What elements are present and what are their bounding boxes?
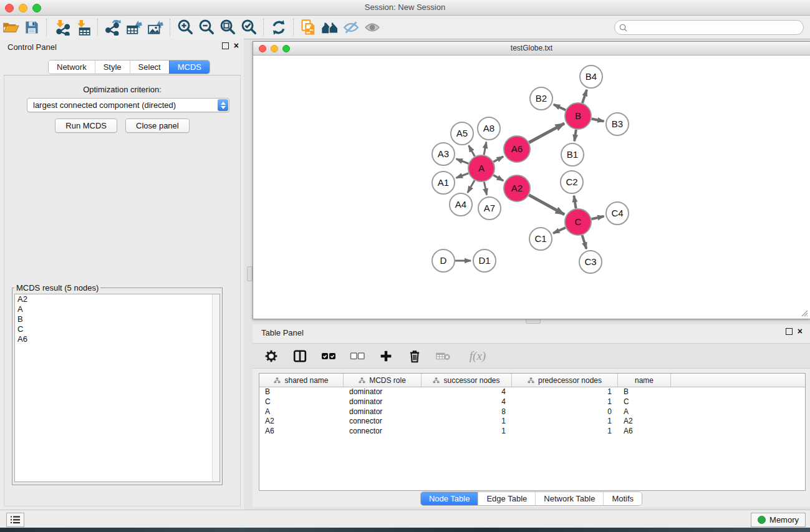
save-session-icon[interactable]	[21, 18, 42, 37]
table-cell[interactable]: 1	[512, 417, 618, 427]
mcds-result-item[interactable]: A2	[15, 294, 219, 304]
table-cell[interactable]: dominator	[344, 407, 422, 417]
graph-edge-A-A6[interactable]	[493, 157, 503, 162]
table-row[interactable]: A6connector11A6	[259, 427, 805, 437]
memory-button[interactable]: Memory	[751, 513, 806, 527]
node-table[interactable]: shared nameMCDS rolesuccessor nodesprede…	[259, 373, 806, 491]
graph-edge-B-B3[interactable]	[592, 118, 604, 121]
run-mcds-button[interactable]: Run MCDS	[55, 118, 117, 133]
close-panel-button[interactable]: Close panel	[125, 118, 190, 133]
mcds-result-item[interactable]: B	[15, 314, 219, 324]
optimization-criterion-select[interactable]: largest connected component (directed)	[27, 98, 229, 112]
mcds-result-item[interactable]: A	[15, 304, 219, 314]
column-header-shared-name[interactable]: shared name	[259, 374, 344, 387]
table-cell[interactable]: 1	[512, 397, 618, 407]
tab-motifs[interactable]: Motifs	[603, 492, 642, 505]
graph-edge-C-C4[interactable]	[591, 216, 604, 219]
table-settings-gear-icon[interactable]	[264, 349, 279, 364]
graph-edge-C-C1[interactable]	[553, 228, 566, 233]
table-cell[interactable]: connector	[344, 417, 422, 427]
table-row[interactable]: Bdominator41B	[259, 387, 805, 397]
graph-edge-A-A1[interactable]	[456, 173, 469, 178]
table-cell[interactable]: 8	[422, 407, 512, 417]
hide-panel-icon[interactable]	[340, 18, 362, 37]
graph-edge-C-C3[interactable]	[582, 235, 587, 249]
tab-network-table[interactable]: Network Table	[535, 492, 603, 505]
import-network-icon[interactable]	[51, 18, 72, 37]
table-cell[interactable]: 0	[512, 407, 618, 417]
home-icon[interactable]	[319, 18, 340, 37]
unselect-all-columns-icon[interactable]	[350, 349, 365, 364]
table-cell[interactable]: dominator	[344, 397, 422, 407]
table-cell[interactable]: dominator	[344, 387, 422, 397]
table-cell[interactable]: 1	[422, 417, 512, 427]
create-column-plus-icon[interactable]	[378, 349, 393, 364]
table-cell[interactable]: A6	[259, 427, 344, 437]
table-cell[interactable]: 1	[512, 427, 618, 437]
resize-grip-icon[interactable]	[799, 308, 808, 317]
graph-edge-A2-C[interactable]	[529, 195, 564, 215]
float-table-panel-icon[interactable]	[786, 328, 793, 335]
zoom-in-icon[interactable]	[175, 18, 196, 37]
table-cell[interactable]: 1	[422, 427, 512, 437]
table-cell[interactable]: 4	[422, 387, 512, 397]
task-history-button[interactable]	[6, 513, 24, 527]
tab-edge-table[interactable]: Edge Table	[478, 492, 535, 505]
graph-edge-A-A2[interactable]	[493, 175, 503, 181]
horizontal-splitter-grip[interactable]	[526, 319, 541, 324]
network-canvas[interactable]: B4B2BB3A8A5A6B1A3AA1C2A2A4A7C4CC1C3DD1	[254, 56, 809, 318]
mcds-result-item[interactable]: C	[15, 324, 219, 334]
duplicate-network-icon[interactable]	[298, 18, 319, 37]
close-panel-icon[interactable]: ×	[234, 42, 239, 49]
table-cell[interactable]: C	[618, 397, 671, 407]
table-cell[interactable]: A2	[259, 417, 344, 427]
table-cell[interactable]: B	[618, 387, 671, 397]
column-header-successor-nodes[interactable]: successor nodes	[422, 374, 512, 387]
table-cell[interactable]: 1	[512, 387, 618, 397]
vertical-splitter-grip[interactable]	[247, 266, 253, 281]
column-header-predecessor-nodes[interactable]: predecessor nodes	[512, 374, 618, 387]
network-window-titlebar[interactable]: testGlobe.txt	[253, 42, 810, 56]
graph-edge-A6-B[interactable]	[529, 123, 564, 143]
tab-node-table[interactable]: Node Table	[421, 492, 478, 505]
table-cell[interactable]: connector	[344, 427, 422, 437]
export-table-icon[interactable]	[123, 18, 145, 37]
refresh-icon[interactable]	[268, 18, 289, 37]
graph-edge-B-B1[interactable]	[574, 130, 576, 141]
import-table-icon[interactable]	[72, 18, 94, 37]
close-table-panel-icon[interactable]: ×	[798, 327, 803, 335]
select-all-columns-icon[interactable]	[321, 349, 336, 364]
zoom-out-icon[interactable]	[196, 18, 217, 37]
graph-edge-A-A7[interactable]	[484, 182, 486, 195]
zoom-selected-icon[interactable]	[238, 18, 259, 37]
table-cell[interactable]: B	[259, 387, 344, 397]
mcds-result-list[interactable]: A2ABCA6	[14, 294, 220, 482]
table-row[interactable]: Adominator80A	[259, 407, 805, 417]
export-network-icon[interactable]	[102, 18, 123, 37]
delete-column-trash-icon[interactable]	[407, 349, 422, 364]
export-image-icon[interactable]	[145, 18, 166, 37]
zoom-fit-icon[interactable]	[217, 18, 238, 37]
mcds-result-item[interactable]: A6	[15, 334, 219, 344]
float-panel-icon[interactable]	[222, 42, 229, 49]
search-field[interactable]	[614, 20, 804, 35]
graph-edge-C-C2[interactable]	[574, 196, 576, 209]
column-header-MCDS-role[interactable]: MCDS role	[344, 374, 422, 387]
table-row[interactable]: Cdominator41C	[259, 397, 805, 407]
scrollbar-track[interactable]	[212, 294, 219, 481]
table-cell[interactable]: A2	[618, 417, 671, 427]
graph-edge-A-A8[interactable]	[484, 142, 486, 155]
open-session-icon[interactable]	[0, 18, 21, 37]
column-header-name[interactable]: name	[618, 374, 671, 387]
show-columns-icon[interactable]	[292, 349, 307, 364]
show-eye-icon[interactable]	[362, 18, 383, 37]
tab-mcds[interactable]: MCDS	[169, 60, 210, 74]
graph-edge-B-B2[interactable]	[554, 104, 566, 110]
tab-select[interactable]: Select	[130, 60, 169, 74]
tab-style[interactable]: Style	[95, 60, 130, 74]
tab-network[interactable]: Network	[49, 60, 95, 74]
table-cell[interactable]: C	[259, 397, 344, 407]
graph-edge-B-B4[interactable]	[582, 90, 587, 103]
search-input[interactable]	[630, 21, 803, 34]
graph-edge-A-A5[interactable]	[469, 145, 475, 157]
